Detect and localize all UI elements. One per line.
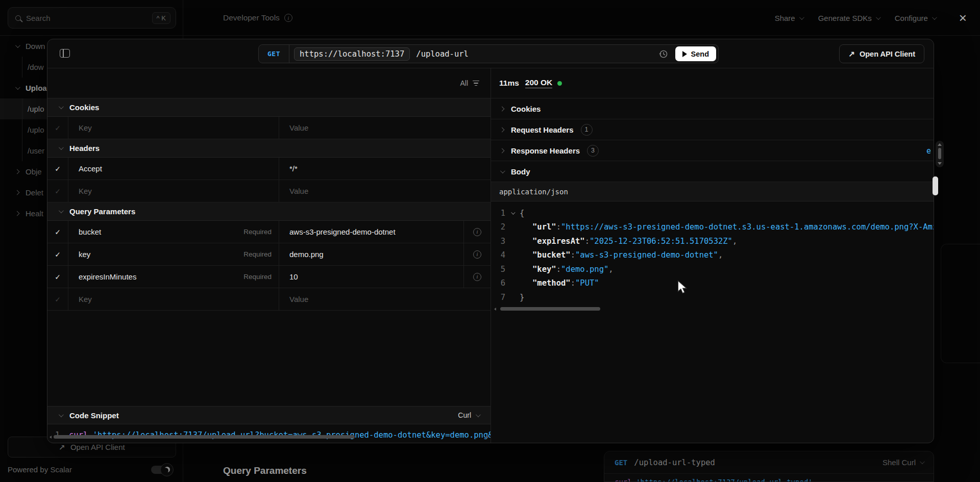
filter-icon[interactable] (473, 81, 479, 86)
chevron-down-icon (476, 412, 481, 417)
chevron-down-icon (59, 208, 64, 213)
response-section-response-headers[interactable]: Response Headers 3 (491, 140, 934, 161)
row-checkbox[interactable]: ✓ (47, 288, 68, 310)
method-badge[interactable]: GET (259, 45, 289, 63)
request-filter-row: All (47, 68, 491, 98)
scroll-left-arrow-icon[interactable] (50, 436, 52, 439)
open-api-client-button[interactable]: ↗ Open API Client (839, 44, 924, 63)
section-query-parameters[interactable]: Query Parameters (47, 202, 491, 221)
chevron-right-icon (500, 127, 505, 132)
mouse-cursor (677, 280, 688, 294)
value-input[interactable]: Value (279, 288, 491, 310)
scrollbar-thumb[interactable] (933, 176, 938, 195)
scroll-left-arrow-icon[interactable] (494, 308, 496, 311)
section-code-snippet[interactable]: Code Snippet Curl (47, 406, 491, 424)
clipped-text-fragment: e (926, 146, 931, 156)
path-field[interactable]: /upload-url (416, 49, 469, 59)
chevron-down-icon (500, 168, 505, 173)
row-checkbox[interactable]: ✓ (47, 180, 68, 202)
json-line: 7 } (491, 290, 934, 305)
json-line: 1 { (491, 206, 934, 220)
horizontal-scrollbar[interactable] (50, 435, 488, 439)
response-section-request-headers[interactable]: Request Headers 1 (491, 119, 934, 140)
key-input[interactable]: expiresInMinutes Required (68, 266, 279, 288)
row-checkbox[interactable]: ✓ (47, 266, 68, 288)
query-row-expiresInMinutes: ✓ expiresInMinutes Required 10 i (47, 266, 491, 288)
response-section-body[interactable]: Body Download (491, 161, 934, 182)
key-input[interactable]: Key (68, 288, 279, 310)
required-label: Required (243, 228, 272, 236)
response-status-row: 11ms 200 OK All (491, 68, 934, 98)
external-link-icon: ↗ (848, 49, 855, 59)
info-icon[interactable]: i (473, 250, 481, 259)
query-row-bucket: ✓ bucket Required aws-s3-presigned-demo-… (47, 221, 491, 243)
key-input[interactable]: key Required (68, 243, 279, 265)
play-icon (682, 51, 687, 57)
query-row-key: ✓ key Required demo.png i (47, 243, 491, 266)
history-icon[interactable] (659, 49, 668, 59)
response-section-cookies[interactable]: Cookies (491, 98, 934, 119)
scrollbar-thumb[interactable] (54, 435, 355, 439)
sidebar-toggle-icon[interactable] (60, 49, 70, 58)
required-label: Required (243, 250, 272, 258)
code-snippet-line: 1 curl 'https://localhost:7137/upload-ur… (47, 424, 491, 443)
key-input[interactable]: Accept (68, 158, 279, 180)
status-code[interactable]: 200 OK (525, 78, 552, 88)
value-input[interactable]: demo.png (279, 243, 463, 265)
key-input[interactable]: Key (68, 117, 279, 139)
info-icon[interactable]: i (473, 273, 481, 281)
status-dot (557, 81, 562, 86)
required-label: Required (243, 273, 272, 281)
chevron-down-icon (59, 104, 64, 109)
info-icon[interactable]: i (473, 228, 481, 236)
json-line: 2 "url": "https://aws-s3-presigned-demo-… (491, 220, 934, 235)
request-address-bar[interactable]: GET https://localhost:7137 /upload-url S… (258, 44, 719, 63)
response-body-json: 1 { 2 "url": "https://aws-s3-presigned-d… (491, 201, 934, 443)
value-input[interactable]: */* (279, 158, 491, 180)
row-checkbox[interactable]: ✓ (47, 243, 68, 265)
scroll-up-arrow-icon[interactable] (938, 143, 942, 146)
row-checkbox[interactable]: ✓ (47, 158, 68, 180)
horizontal-scrollbar[interactable] (494, 307, 934, 311)
scrollbar-thumb[interactable] (500, 307, 600, 311)
cookie-row-empty: ✓ Key Value (47, 117, 491, 139)
chevron-down-icon (59, 145, 64, 150)
json-line: 5 "key": "demo.png", (491, 262, 934, 276)
chevron-down-icon (511, 210, 515, 214)
request-panel: All Cookies ✓ Key Value Headers ✓ Accept… (47, 68, 491, 443)
snippet-language-select[interactable]: Curl (458, 411, 479, 419)
value-input[interactable]: Value (279, 180, 491, 202)
row-checkbox[interactable]: ✓ (47, 117, 68, 139)
modal-header: GET https://localhost:7137 /upload-url S… (47, 39, 934, 68)
chevron-right-icon (500, 148, 505, 153)
scrollbar-thumb[interactable] (938, 148, 941, 159)
key-input[interactable]: bucket Required (68, 221, 279, 243)
query-row-empty: ✓ Key Value (47, 288, 491, 311)
api-client-modal: GET https://localhost:7137 /upload-url S… (47, 39, 934, 443)
json-line: 4 "bucket": "aws-s3-presigned-demo-dotne… (491, 248, 934, 263)
chevron-down-icon (59, 412, 64, 417)
header-row-accept: ✓ Accept */* (47, 158, 491, 180)
row-checkbox[interactable]: ✓ (47, 221, 68, 243)
header-row-empty: ✓ Key Value (47, 180, 491, 202)
response-panel: 11ms 200 OK All Cookies Request Headers … (491, 68, 934, 443)
filter-all-label[interactable]: All (460, 79, 468, 87)
section-headers[interactable]: Headers (47, 139, 491, 158)
base-url-field[interactable]: https://localhost:7137 (294, 47, 410, 61)
scroll-down-arrow-icon[interactable] (938, 162, 942, 165)
count-badge: 3 (587, 145, 599, 157)
vertical-scrollbar[interactable] (936, 141, 944, 167)
fold-toggle[interactable] (505, 212, 520, 215)
section-cookies[interactable]: Cookies (47, 98, 491, 117)
content-type-bar: application/json (491, 182, 934, 201)
value-input[interactable]: aws-s3-presigned-demo-dotnet (279, 221, 463, 243)
count-badge: 1 (581, 124, 593, 136)
value-input[interactable]: Value (279, 117, 491, 139)
scroll-right-arrow-icon[interactable] (486, 436, 488, 439)
response-time: 11ms (499, 79, 519, 88)
send-button[interactable]: Send (675, 46, 716, 61)
chevron-right-icon (500, 106, 505, 111)
value-input[interactable]: 10 (279, 266, 463, 288)
json-line: 3 "expiresAt": "2025-12-23T06:52:51.5170… (491, 234, 934, 248)
key-input[interactable]: Key (68, 180, 279, 202)
